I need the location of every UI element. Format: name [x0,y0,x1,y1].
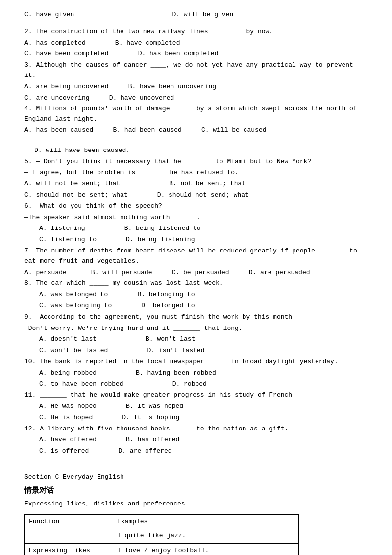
q9-a: A. doesn't last [24,334,97,345]
q5-text1: 5. — Don't you think it necessary that h… [24,157,368,167]
q2-text: 2. The construction of the two new railw… [24,27,368,37]
q12-d: D. are offered [118,446,172,456]
q9-d: D. isn't lasted [147,346,204,356]
q8-b: B. belonging to [137,290,195,300]
table-cell-function-2: Expressing likes [25,544,113,555]
q10-b: B. having been robbed [136,368,216,378]
q5-a: A. will not be sent; that [24,179,120,189]
q6-a: A. listening [24,224,85,234]
q7-a: A. persuade [24,268,67,278]
q6-text1: 6. —What do you think of the speech? [24,202,368,212]
q6-c: C. listening to [24,235,97,245]
table-cell-example-1: I quite like jazz. [113,529,299,544]
q8-c: C. was belonging to [24,301,112,311]
q4-c: C. will be caused [201,126,267,136]
table-cell-function-1 [25,529,113,544]
q7-c: C. be persuaded [172,268,229,278]
q5-c: C. should not be sent; what [24,190,128,201]
q10-a: A. being robbed [24,368,97,378]
q11-a: A. He was hoped [24,402,97,412]
q9-b: B. won't last [146,334,195,345]
q11-c: C. He is hoped [24,413,93,423]
q9-text2: —Don't worry. We're trying hard and it _… [24,324,368,334]
q8-text: 8. The car which _____ my cousin was los… [24,278,368,289]
q5-b: B. not be sent; that [169,179,245,189]
q3-d: D. have uncovered [109,93,174,103]
q7-text: 7. The number of deaths from heart disea… [24,246,368,267]
table-row: Expressing likes I love / enjoy football… [25,544,299,555]
q11-b: B. It was hoped [126,402,183,412]
q10-c: C. to have been robbed [24,379,123,390]
prev-option-d: D. will be given [172,10,233,20]
section-c-subtitle: Expressing likes, dislikes and preferenc… [24,499,368,509]
q3-b: B. have been uncovering [128,82,216,92]
q4-d: D. will have been caused. [34,146,130,156]
q3-c: C. are uncovering [24,93,90,103]
q6-text2: —The speaker said almost nothing worth _… [24,213,368,223]
q8-d: D. belonged to [141,301,195,311]
table-header-examples: Examples [113,514,299,529]
table-cell-example-2: I love / enjoy football. [113,544,299,555]
q12-text: 12. A library with five thousand books _… [24,424,368,434]
q6-b: B. being listened to [124,224,201,234]
q5-d: D. should not send; what [157,190,249,201]
q7-d: D. are persuaded [249,268,310,278]
q9-c: C. won't be lasted [24,346,108,356]
q2-b: B. have completed [115,38,180,49]
q9-text1: 9. —According to the agreement, you must… [24,312,368,323]
q10-d: D. robbed [172,379,207,390]
q2-d: D. has been completed [138,49,219,59]
q2-c: C. have been completed [24,49,109,59]
q4-a: A. has been caused [24,126,93,136]
examples-table: Function Examples I quite like jazz. Exp… [24,514,299,555]
q8-a: A. was belonged to [24,290,108,300]
q12-a: A. have offered [24,435,97,445]
section-c-chinese-title: 情景对话 [24,484,368,496]
q2-a: A. has completed [24,38,86,49]
q3-a: A. are being uncovered [24,82,109,92]
q11-text: 11. _______ that he would make greater p… [24,390,368,401]
prev-option-c: C. have given [24,10,74,20]
q4-b: B. had been caused [113,126,181,136]
q3-text: 3. Although the causes of cancer ____, w… [24,60,368,81]
q12-c: C. is offered [24,446,89,456]
q10-text: 10. The bank is reported in the local ne… [24,357,368,367]
q11-d: D. It is hoping [122,413,179,423]
section-c-title: Section C Everyday English [24,472,368,482]
q5-text2: — I agree, but the problem is _______ he… [24,168,368,178]
q7-b: B. will persuade [91,268,152,278]
table-row: I quite like jazz. [25,529,299,544]
q4-text: 4. Millions of pounds' worth of damage _… [24,104,368,125]
q6-d: D. being listening [126,235,195,245]
table-header-function: Function [25,514,113,529]
q12-b: B. has offered [126,435,179,445]
